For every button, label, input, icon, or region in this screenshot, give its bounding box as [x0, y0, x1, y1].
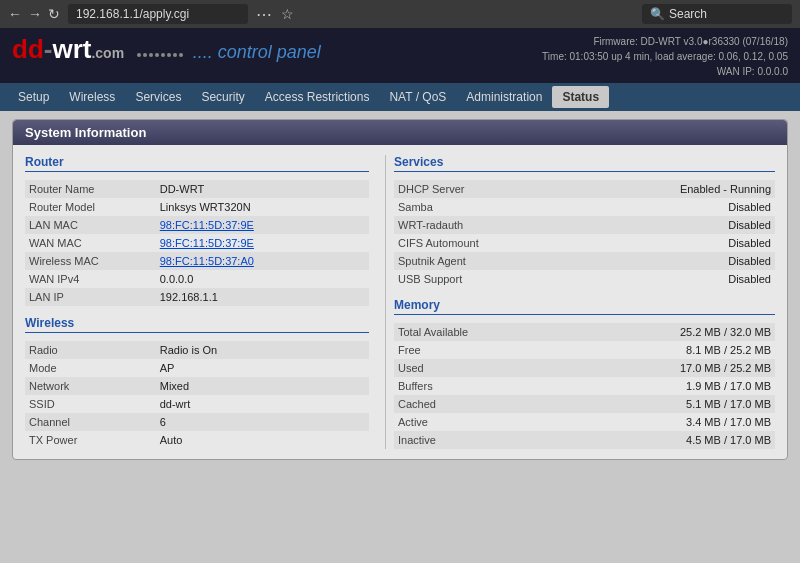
router-section-title: Router	[25, 155, 369, 172]
nav-security[interactable]: Security	[191, 86, 254, 108]
row-value: Disabled	[554, 198, 775, 216]
browser-nav-icons: ← → ↻	[8, 6, 60, 22]
row-label: Router Model	[25, 198, 156, 216]
row-label: Channel	[25, 413, 156, 431]
table-row: Router NameDD-WRT	[25, 180, 369, 198]
row-label: Cached	[394, 395, 554, 413]
panel-body: Router Router NameDD-WRTRouter ModelLink…	[13, 145, 787, 459]
row-value: AP	[156, 359, 369, 377]
menu-dots-icon[interactable]: ⋯	[256, 5, 273, 24]
table-row: Active3.4 MB / 17.0 MB	[394, 413, 775, 431]
wan-ip-text: WAN IP: 0.0.0.0	[542, 64, 788, 79]
memory-table: Total Available25.2 MB / 32.0 MBFree8.1 …	[394, 323, 775, 449]
row-value: Auto	[156, 431, 369, 449]
search-bar[interactable]: 🔍 Search	[642, 4, 792, 24]
right-column: Services DHCP ServerEnabled - RunningSam…	[385, 155, 775, 449]
services-section-title: Services	[394, 155, 775, 172]
table-row: DHCP ServerEnabled - Running	[394, 180, 775, 198]
nav-services[interactable]: Services	[125, 86, 191, 108]
nav-status[interactable]: Status	[552, 86, 609, 108]
row-value: 192.168.1.1	[156, 288, 369, 306]
row-value: 5.1 MB / 17.0 MB	[554, 395, 775, 413]
row-value[interactable]: 98:FC:11:5D:37:A0	[156, 252, 369, 270]
table-row: Cached5.1 MB / 17.0 MB	[394, 395, 775, 413]
refresh-icon[interactable]: ↻	[48, 6, 60, 22]
table-row: Router ModelLinksys WRT320N	[25, 198, 369, 216]
row-label: SSID	[25, 395, 156, 413]
table-row: Channel6	[25, 413, 369, 431]
bookmark-icon[interactable]: ☆	[281, 6, 294, 22]
row-label: CIFS Automount	[394, 234, 554, 252]
table-row: Used17.0 MB / 25.2 MB	[394, 359, 775, 377]
table-row: Sputnik AgentDisabled	[394, 252, 775, 270]
row-label: Radio	[25, 341, 156, 359]
row-value: 25.2 MB / 32.0 MB	[554, 323, 775, 341]
search-label: Search	[669, 7, 707, 21]
logo-dd: dd-wrt.com	[12, 34, 131, 64]
logo-area: dd-wrt.com .... control panel	[12, 34, 321, 65]
router-page: dd-wrt.com .... control panel Firmware: …	[0, 28, 800, 563]
row-value: Linksys WRT320N	[156, 198, 369, 216]
table-row: CIFS AutomountDisabled	[394, 234, 775, 252]
firmware-text: Firmware: DD-WRT v3.0●r36330 (07/16/18)	[542, 34, 788, 49]
row-value: 1.9 MB / 17.0 MB	[554, 377, 775, 395]
router-table: Router NameDD-WRTRouter ModelLinksys WRT…	[25, 180, 369, 306]
row-value: 0.0.0.0	[156, 270, 369, 288]
table-row: Free8.1 MB / 25.2 MB	[394, 341, 775, 359]
row-value: Enabled - Running	[554, 180, 775, 198]
row-label: Used	[394, 359, 554, 377]
table-row: USB SupportDisabled	[394, 270, 775, 288]
memory-section-title: Memory	[394, 298, 775, 315]
table-row: SSIDdd-wrt	[25, 395, 369, 413]
table-row: WAN IPv40.0.0.0	[25, 270, 369, 288]
nav-administration[interactable]: Administration	[456, 86, 552, 108]
row-label: WAN IPv4	[25, 270, 156, 288]
table-row: Buffers1.9 MB / 17.0 MB	[394, 377, 775, 395]
firmware-info: Firmware: DD-WRT v3.0●r36330 (07/16/18) …	[542, 34, 788, 79]
services-table: DHCP ServerEnabled - RunningSambaDisable…	[394, 180, 775, 288]
table-row: Inactive4.5 MB / 17.0 MB	[394, 431, 775, 449]
wireless-section-title: Wireless	[25, 316, 369, 333]
browser-chrome: ← → ↻ 192.168.1.1/apply.cgi ⋯ ☆ 🔍 Search	[0, 0, 800, 28]
table-row: WAN MAC98:FC:11:5D:37:9E	[25, 234, 369, 252]
table-row: RadioRadio is On	[25, 341, 369, 359]
panel-title: System Information	[13, 120, 787, 145]
row-value: Disabled	[554, 270, 775, 288]
row-value: Radio is On	[156, 341, 369, 359]
row-label: Active	[394, 413, 554, 431]
nav-wireless[interactable]: Wireless	[59, 86, 125, 108]
row-value: 8.1 MB / 25.2 MB	[554, 341, 775, 359]
wireless-table: RadioRadio is OnModeAPNetworkMixedSSIDdd…	[25, 341, 369, 449]
row-value: 3.4 MB / 17.0 MB	[554, 413, 775, 431]
table-row: WRT-radauthDisabled	[394, 216, 775, 234]
row-label: WAN MAC	[25, 234, 156, 252]
row-value: Disabled	[554, 252, 775, 270]
row-label: USB Support	[394, 270, 554, 288]
uptime-text: Time: 01:03:50 up 4 min, load average: 0…	[542, 49, 788, 64]
table-row: LAN MAC98:FC:11:5D:37:9E	[25, 216, 369, 234]
forward-icon[interactable]: →	[28, 6, 42, 22]
url-bar[interactable]: 192.168.1.1/apply.cgi	[68, 4, 248, 24]
table-row: Total Available25.2 MB / 32.0 MB	[394, 323, 775, 341]
row-value: Disabled	[554, 216, 775, 234]
table-row: NetworkMixed	[25, 377, 369, 395]
row-value: DD-WRT	[156, 180, 369, 198]
system-info-panel: System Information Router Router NameDD-…	[12, 119, 788, 460]
row-label: Samba	[394, 198, 554, 216]
logo-dots	[137, 53, 183, 57]
table-row: Wireless MAC98:FC:11:5D:37:A0	[25, 252, 369, 270]
nav-access-restrictions[interactable]: Access Restrictions	[255, 86, 380, 108]
page-content: System Information Router Router NameDD-…	[0, 111, 800, 468]
nav-setup[interactable]: Setup	[8, 86, 59, 108]
back-icon[interactable]: ←	[8, 6, 22, 22]
table-row: TX PowerAuto	[25, 431, 369, 449]
row-label: Router Name	[25, 180, 156, 198]
row-value[interactable]: 98:FC:11:5D:37:9E	[156, 216, 369, 234]
row-value[interactable]: 98:FC:11:5D:37:9E	[156, 234, 369, 252]
row-label: Network	[25, 377, 156, 395]
nav-nat-qos[interactable]: NAT / QoS	[379, 86, 456, 108]
row-label: TX Power	[25, 431, 156, 449]
left-column: Router Router NameDD-WRTRouter ModelLink…	[25, 155, 385, 449]
row-label: Free	[394, 341, 554, 359]
row-label: WRT-radauth	[394, 216, 554, 234]
